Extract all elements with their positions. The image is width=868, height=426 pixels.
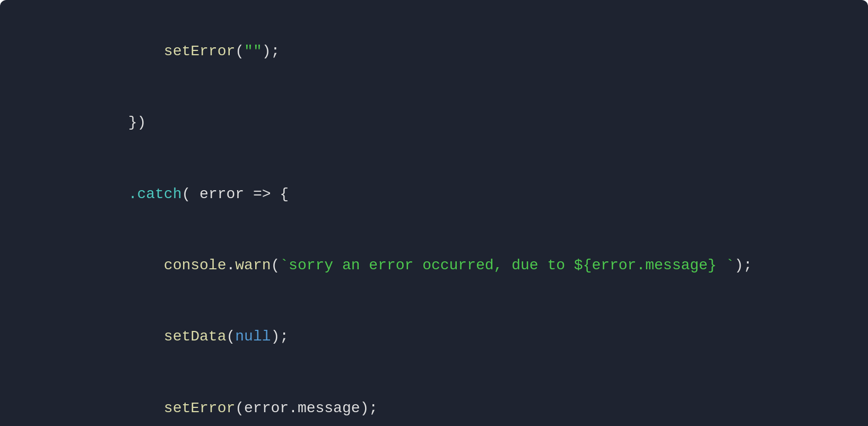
code-line-3: .catch( error => { (21, 159, 847, 230)
main-container: setError(""); }) .catch( error => { cons… (0, 0, 868, 426)
code-line-1: setError(""); (21, 16, 847, 87)
code-content: setError(""); }) .catch( error => { cons… (21, 16, 847, 426)
code-line-5: setData(null); (21, 302, 847, 373)
code-line-2: }) (21, 87, 847, 158)
code-line-6: setError(error.message); (21, 373, 847, 426)
code-block: setError(""); }) .catch( error => { cons… (0, 0, 868, 426)
code-line-4: console.warn(`sorry an error occurred, d… (21, 230, 847, 301)
